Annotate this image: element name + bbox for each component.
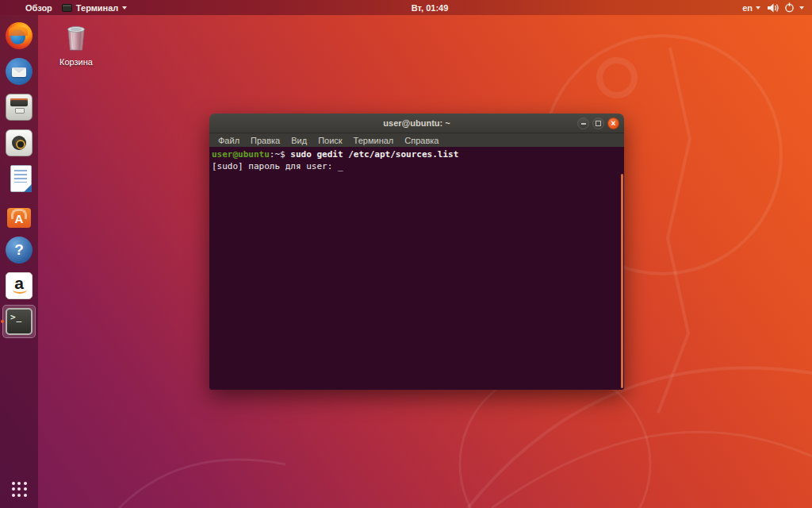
typed-command: sudo gedit /etc/apt/sources.list [285, 149, 459, 160]
help-icon: ? [6, 237, 33, 264]
prompt-user-host: user@ubuntu [212, 149, 270, 160]
power-icon [784, 2, 795, 13]
close-button[interactable]: × [607, 117, 619, 129]
terminal-line-command: user@ubuntu:~$ sudo gedit /etc/apt/sourc… [212, 148, 619, 160]
dock-item-ubuntu-software[interactable]: A [0, 201, 38, 228]
menu-edit[interactable]: Правка [245, 136, 285, 145]
keyboard-layout-indicator[interactable]: en [742, 3, 760, 13]
terminal-line-password-prompt: [sudo] пароль для user: _ [212, 160, 619, 172]
menu-search[interactable]: Поиск [312, 136, 347, 145]
dock-item-amazon[interactable]: a [0, 272, 38, 299]
files-icon [6, 94, 33, 121]
maximize-button[interactable] [592, 117, 604, 129]
menu-view[interactable]: Вид [285, 136, 312, 145]
dock-item-rhythmbox[interactable] [0, 129, 38, 156]
libreoffice-writer-icon [10, 165, 32, 192]
dock: A ? a >_ [0, 15, 38, 508]
show-applications-button[interactable] [0, 475, 38, 503]
dock-item-help[interactable]: ? [0, 237, 38, 264]
dock-item-files[interactable] [0, 94, 38, 121]
trash-label: Корзина [56, 57, 97, 67]
menu-file[interactable]: Файл [213, 136, 245, 145]
chevron-down-icon [756, 6, 760, 10]
volume-icon [768, 3, 779, 13]
terminal-output-area[interactable]: user@ubuntu:~$ sudo gedit /etc/apt/sourc… [209, 147, 624, 390]
dock-item-thunderbird[interactable] [0, 58, 38, 85]
terminal-scrollbar[interactable] [621, 174, 623, 388]
terminal-mini-icon [62, 4, 72, 12]
trash-desktop-icon[interactable]: Корзина [56, 21, 97, 67]
activities-button[interactable]: Обзор [25, 3, 52, 13]
running-indicator-dot [1, 320, 4, 323]
thunderbird-icon [6, 58, 33, 85]
minimize-button[interactable] [577, 117, 589, 129]
text-cursor: _ [338, 161, 343, 171]
prompt-path: :~$ [270, 149, 285, 160]
app-menu[interactable]: Терминал [62, 3, 128, 13]
chevron-down-icon [799, 6, 804, 10]
window-title: user@ubuntu: ~ [383, 118, 450, 128]
chevron-down-icon [122, 6, 127, 10]
app-menu-label: Терминал [76, 3, 119, 13]
menu-terminal[interactable]: Терминал [348, 136, 400, 145]
terminal-icon: >_ [6, 308, 33, 335]
menu-bar: Файл Правка Вид Поиск Терминал Справка [209, 133, 624, 147]
terminal-window: user@ubuntu: ~ × Файл Правка Вид Поиск Т… [209, 114, 624, 390]
top-bar: Обзор Терминал Вт, 01:49 en [0, 0, 812, 15]
clock[interactable]: Вт, 01:49 [412, 0, 449, 15]
amazon-icon: a [6, 272, 33, 299]
apps-grid-icon [12, 482, 27, 497]
window-titlebar[interactable]: user@ubuntu: ~ × [209, 114, 624, 133]
rhythmbox-icon [6, 129, 33, 156]
menu-help[interactable]: Справка [399, 136, 444, 145]
firefox-icon [6, 22, 33, 49]
trash-can-icon [60, 21, 92, 53]
system-menu[interactable] [768, 2, 804, 13]
ubuntu-software-icon: A [7, 208, 31, 228]
dock-item-firefox[interactable] [0, 22, 38, 49]
dock-item-terminal[interactable]: >_ [0, 308, 38, 335]
dock-item-libreoffice-writer[interactable] [0, 165, 38, 192]
